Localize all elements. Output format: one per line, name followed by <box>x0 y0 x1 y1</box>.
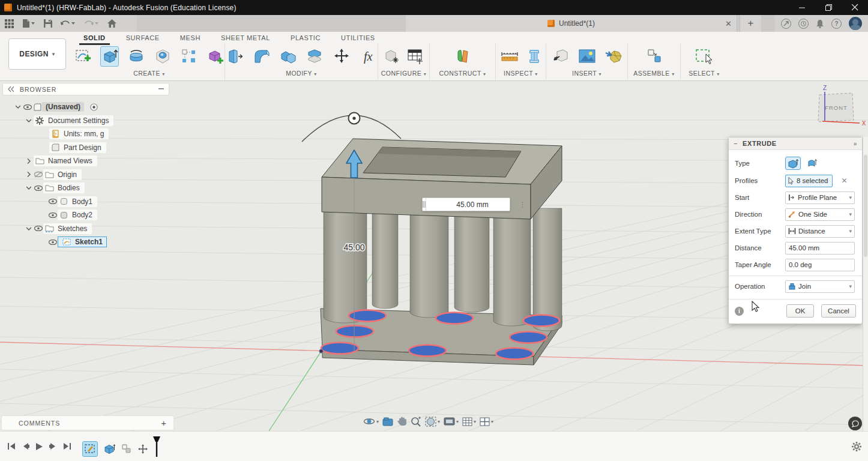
browser-item-body2[interactable]: Body2 <box>2 208 169 222</box>
activate-component-radio[interactable] <box>89 102 98 112</box>
insert-derive-icon[interactable] <box>550 46 571 67</box>
browser-item-document-settings[interactable]: Document Settings <box>2 114 169 128</box>
browser-item-sketch1[interactable]: Sketch1 <box>2 235 169 249</box>
timeline-playhead-marker[interactable] <box>152 436 161 457</box>
ribbon-tab-solid[interactable]: SOLID <box>73 32 116 44</box>
workspace-switcher[interactable]: DESIGN▾ <box>8 38 66 70</box>
select-icon[interactable] <box>694 46 714 67</box>
extent-type-dropdown[interactable]: Distance▾ <box>785 225 855 238</box>
create-form-icon[interactable] <box>206 46 225 67</box>
press-pull-icon[interactable] <box>225 46 244 67</box>
add-comment-button[interactable]: + <box>161 418 166 428</box>
measure-icon[interactable] <box>500 46 519 67</box>
browser-item-part-design[interactable]: Part Design <box>2 141 169 155</box>
info-icon[interactable]: i <box>735 307 744 316</box>
browser-item-sketches[interactable]: Sketches <box>2 222 169 236</box>
create-sketch-icon[interactable] <box>74 46 92 67</box>
home-icon[interactable] <box>107 19 116 28</box>
dialog-collapse-icon[interactable]: − <box>734 140 738 147</box>
canvas-image-icon[interactable] <box>577 46 597 67</box>
timeline-step-back-button[interactable] <box>22 442 29 450</box>
browser-item-units[interactable]: Units: mm, g <box>2 127 169 141</box>
pattern-icon[interactable] <box>179 46 198 67</box>
direction-dropdown[interactable]: One Side▾ <box>785 208 855 221</box>
viewports-icon[interactable]: ▾ <box>480 417 493 426</box>
distance-field[interactable] <box>785 242 855 255</box>
timeline-go-to-start-button[interactable] <box>7 442 16 450</box>
dialog-overflow-icon[interactable]: » <box>854 140 857 147</box>
user-avatar[interactable] <box>849 17 862 30</box>
configure-icon[interactable] <box>383 46 401 67</box>
configuration-table-icon[interactable] <box>406 46 424 67</box>
insert-mcmaster-icon[interactable] <box>603 46 624 67</box>
grid-layout-icon[interactable]: ▾ <box>462 417 476 426</box>
browser-item-named-views[interactable]: Named Views <box>2 154 169 168</box>
visibility-eye-icon[interactable] <box>34 183 43 193</box>
rotate-manipulator[interactable] <box>302 113 401 142</box>
timeline-settings-gear-icon[interactable] <box>851 441 868 452</box>
data-panel-icon[interactable] <box>5 19 14 28</box>
distance-manipulator-input[interactable]: ⋮ <box>422 197 510 211</box>
chevron-down-icon[interactable] <box>13 102 23 112</box>
chevron-down-icon[interactable] <box>24 224 34 234</box>
timeline-move-feature[interactable] <box>136 441 149 457</box>
extrude-icon[interactable] <box>100 46 119 67</box>
insert-group-label[interactable]: INSERT ▾ <box>546 70 627 77</box>
select-group-label[interactable]: SELECT ▾ <box>681 70 728 77</box>
browser-collapse-icon[interactable] <box>8 86 14 92</box>
ribbon-tab-plastic[interactable]: PLASTIC <box>280 32 331 44</box>
viewcube[interactable]: FRONT Z X <box>804 85 868 135</box>
fit-icon[interactable]: ▾ <box>425 417 440 427</box>
visibility-eye-icon[interactable] <box>23 102 32 112</box>
look-at-icon[interactable] <box>382 417 393 426</box>
chevron-right-icon[interactable] <box>24 156 34 166</box>
browser-item-bodies[interactable]: Bodies <box>2 181 169 195</box>
type-thin-extrude-button[interactable] <box>804 157 820 170</box>
assemble-group-label[interactable]: ASSEMBLE ▾ <box>628 70 680 77</box>
viewport-canvas[interactable]: 45.00 BROWSER (Unsaved) <box>0 81 868 431</box>
assistant-bubble-icon[interactable] <box>848 417 862 430</box>
zoom-icon[interactable] <box>411 417 421 427</box>
ribbon-tab-surface[interactable]: SURFACE <box>116 32 170 44</box>
timeline-component-feature[interactable] <box>121 441 133 457</box>
visibility-eye-icon[interactable] <box>34 224 43 234</box>
maximize-button[interactable] <box>815 0 842 15</box>
chevron-down-icon[interactable] <box>24 116 34 125</box>
revolve-icon[interactable] <box>127 46 145 67</box>
visibility-eye-icon[interactable] <box>48 237 58 247</box>
redo-icon[interactable] <box>84 20 99 27</box>
ok-button[interactable]: OK <box>786 304 814 318</box>
chevron-down-icon[interactable] <box>24 183 34 193</box>
profiles-selection-chip[interactable]: 8 selected <box>785 175 833 187</box>
distance-value-input[interactable] <box>426 200 519 209</box>
save-icon[interactable] <box>44 19 52 28</box>
browser-item-body1[interactable]: Body1 <box>2 195 169 209</box>
kebab-menu-icon[interactable]: ⋮ <box>519 200 526 209</box>
timeline-go-to-end-button[interactable] <box>63 442 71 450</box>
close-button[interactable] <box>842 0 868 15</box>
browser-minimize-icon[interactable] <box>158 88 164 90</box>
viewport-scrollbar[interactable] <box>863 137 868 431</box>
visibility-eye-icon[interactable] <box>48 210 58 220</box>
taper-angle-field[interactable] <box>785 259 855 271</box>
hole-icon[interactable] <box>153 46 172 67</box>
cancel-button[interactable]: Cancel <box>821 304 856 318</box>
comments-bar[interactable]: COMMENTS + <box>1 415 174 430</box>
orbit-icon[interactable]: ▾ <box>363 417 379 426</box>
inspect-group-label[interactable]: INSPECT ▾ <box>496 70 546 77</box>
chevron-right-icon[interactable] <box>24 170 34 179</box>
start-dropdown[interactable]: Profile Plane▾ <box>785 191 855 204</box>
new-tab-button[interactable]: + <box>740 15 761 32</box>
move-copy-icon[interactable] <box>332 46 351 67</box>
minimize-button[interactable] <box>789 0 815 15</box>
fillet-icon[interactable] <box>252 46 271 67</box>
extrude-dialog-header[interactable]: − EXTRUDE » <box>729 137 862 150</box>
file-menu-icon[interactable] <box>22 19 35 28</box>
configure-group-label[interactable]: CONFIGURE ▾ <box>378 70 429 77</box>
tab-close-icon[interactable]: ✕ <box>725 19 732 28</box>
section-analysis-icon[interactable] <box>524 46 542 67</box>
timeline-extrude-feature[interactable] <box>101 441 117 457</box>
pan-hand-icon[interactable] <box>397 417 407 426</box>
operation-dropdown[interactable]: Join▾ <box>785 280 855 293</box>
job-status-icon[interactable] <box>798 19 809 29</box>
